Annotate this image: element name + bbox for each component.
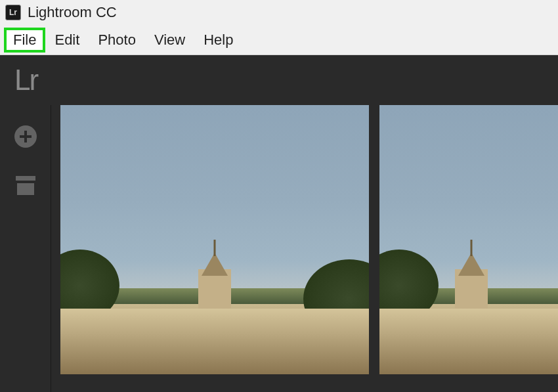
photo-content-decoration — [471, 240, 473, 256]
plus-circle-icon — [14, 125, 37, 148]
app-icon: Lr — [5, 5, 21, 20]
menu-file[interactable]: File — [4, 28, 45, 53]
menu-photo[interactable]: Photo — [89, 29, 145, 51]
add-photos-button[interactable] — [14, 125, 37, 148]
app-icon-text: Lr — [9, 8, 17, 17]
photo-thumbnail[interactable] — [379, 105, 558, 374]
window-title: Lightroom CC — [28, 4, 117, 21]
photo-content-decoration — [214, 240, 216, 256]
photo-content-decoration — [202, 253, 228, 276]
menu-bar: File Edit Photo View Help — [0, 25, 558, 55]
archive-button[interactable] — [14, 173, 37, 197]
menu-help[interactable]: Help — [194, 29, 242, 51]
menu-edit[interactable]: Edit — [45, 29, 89, 51]
brand-logo: Lr — [14, 64, 37, 97]
brand-row: Lr — [0, 55, 558, 105]
menu-view[interactable]: View — [145, 29, 194, 51]
window-title-bar: Lr Lightroom CC — [0, 0, 558, 25]
thumbnails-area — [51, 105, 558, 392]
left-rail — [0, 105, 51, 392]
app-body: Lr — [0, 55, 558, 392]
archive-icon — [16, 176, 35, 195]
photo-content-decoration — [60, 309, 369, 374]
photo-content-decoration — [458, 253, 484, 276]
photo-thumbnail[interactable] — [60, 105, 369, 374]
photo-content-decoration — [379, 309, 558, 374]
content-row — [0, 105, 558, 392]
